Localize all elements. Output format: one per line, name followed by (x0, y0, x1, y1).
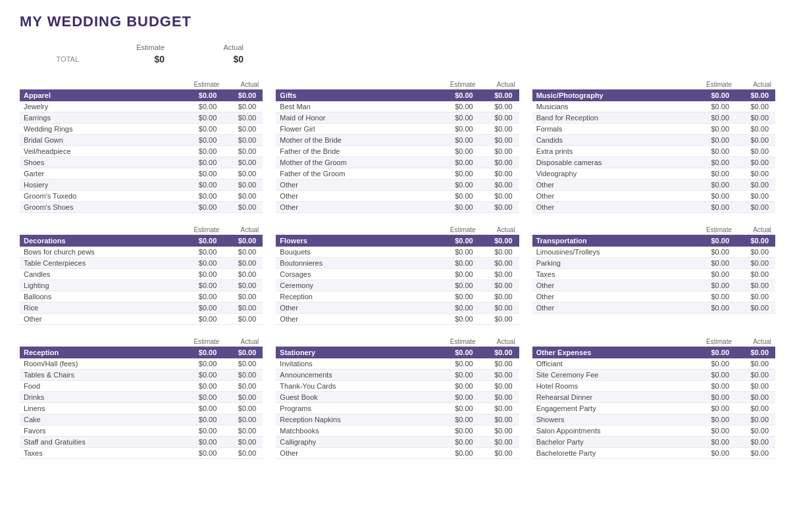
section-col-headers: EstimateActual (276, 226, 519, 233)
row-label: Table Centerpieces (24, 259, 180, 267)
row-label: Father of the Bride (280, 147, 436, 155)
row-label: Showers (536, 416, 692, 423)
row-estimate: $0.00 (692, 192, 732, 200)
row-estimate: $0.00 (436, 281, 476, 289)
row-estimate: $0.00 (436, 404, 476, 412)
row-estimate: $0.00 (180, 315, 219, 323)
row-estimate: $0.00 (436, 170, 476, 178)
row-actual: $0.00 (219, 136, 259, 144)
row-estimate: $0.00 (436, 416, 476, 423)
row-actual: $0.00 (476, 181, 515, 189)
section-header-apparel: Apparel$0.00$0.00 (20, 89, 263, 101)
row-estimate: $0.00 (436, 371, 476, 379)
row-estimate: $0.00 (692, 360, 732, 368)
row-label: Favors (24, 427, 180, 435)
actual-col-header: Actual (222, 226, 261, 233)
row-actual: $0.00 (219, 147, 259, 155)
row-actual: $0.00 (732, 158, 771, 166)
table-row: Reception Napkins$0.00$0.00 (276, 414, 519, 425)
section-col-headers: EstimateActual (20, 226, 263, 233)
row-label: Best Man (280, 103, 436, 110)
row-actual: $0.00 (476, 125, 515, 133)
row-actual: $0.00 (732, 270, 771, 278)
row-estimate: $0.00 (692, 293, 732, 301)
table-row: Candids$0.00$0.00 (532, 135, 775, 146)
table-row: Other$0.00$0.00 (276, 180, 519, 191)
row-estimate: $0.00 (180, 270, 219, 278)
table-row: Bouquets$0.00$0.00 (276, 247, 519, 258)
row-actual: $0.00 (732, 393, 771, 401)
row-label: Salon Appointments (536, 427, 692, 435)
table-row: Room/Hall (fees)$0.00$0.00 (20, 358, 263, 370)
row-label: Other (280, 304, 436, 312)
row-estimate: $0.00 (692, 382, 732, 390)
row-estimate: $0.00 (436, 393, 476, 401)
section-estimate: $0.00 (436, 91, 476, 99)
section-col-headers: EstimateActual (276, 81, 519, 88)
row-actual: $0.00 (476, 270, 515, 278)
table-row: Father of the Groom$0.00$0.00 (276, 168, 519, 180)
row-actual: $0.00 (732, 147, 771, 155)
row-actual: $0.00 (476, 393, 515, 401)
row-label: Groom's Tuxedo (24, 192, 180, 200)
row-label: Other (280, 192, 436, 200)
row-actual: $0.00 (732, 293, 771, 301)
row-label: Limousines/Trolleys (536, 248, 692, 256)
section-label: Transportation (536, 237, 692, 245)
table-row: Balloons$0.00$0.00 (20, 291, 263, 302)
table-row: Site Ceremony Fee$0.00$0.00 (532, 370, 775, 381)
row-label: Other (280, 203, 436, 211)
section-stationery: EstimateActualStationery$0.00$0.00Invita… (276, 338, 519, 459)
row-estimate: $0.00 (692, 170, 732, 178)
row-estimate: $0.00 (436, 203, 476, 211)
section-header-flowers: Flowers$0.00$0.00 (276, 235, 519, 247)
row-estimate: $0.00 (180, 114, 219, 122)
section-label: Stationery (280, 349, 436, 356)
row-actual: $0.00 (732, 416, 771, 423)
section-actual: $0.00 (732, 91, 771, 99)
table-row: Other$0.00$0.00 (276, 302, 519, 314)
table-row: Mother of the Bride$0.00$0.00 (276, 135, 519, 146)
row-estimate: $0.00 (180, 393, 219, 401)
page-title: MY WEDDING BUDGET (20, 13, 775, 30)
section-col-headers: EstimateActual (532, 226, 775, 233)
estimate-col-header: Estimate (182, 81, 222, 88)
row-actual: $0.00 (476, 449, 515, 457)
row-label: Programs (280, 404, 436, 412)
actual-col-header: Actual (478, 338, 518, 345)
row-actual: $0.00 (219, 125, 259, 133)
row-label: Other (536, 203, 692, 211)
table-row: Drinks$0.00$0.00 (20, 392, 263, 403)
row-label: Candids (536, 136, 692, 144)
actual-col-header: Actual (222, 81, 261, 88)
row-actual: $0.00 (732, 281, 771, 289)
table-row: Invitations$0.00$0.00 (276, 358, 519, 370)
section-other-expenses: EstimateActualOther Expenses$0.00$0.00Of… (532, 338, 775, 459)
row-estimate: $0.00 (180, 181, 219, 189)
row-actual: $0.00 (732, 371, 771, 379)
row-label: Other (24, 315, 180, 323)
row-estimate: $0.00 (692, 259, 732, 267)
row-estimate: $0.00 (180, 203, 219, 211)
actual-col-header: Actual (478, 226, 518, 233)
row-estimate: $0.00 (180, 438, 219, 446)
table-row: Musicians$0.00$0.00 (532, 101, 775, 112)
row-estimate: $0.00 (692, 449, 732, 457)
row-label: Extra prints (536, 147, 692, 155)
table-row: Table Centerpieces$0.00$0.00 (20, 258, 263, 269)
table-row: Jewelry$0.00$0.00 (20, 101, 263, 112)
table-row: Reception$0.00$0.00 (276, 291, 519, 302)
table-row: Best Man$0.00$0.00 (276, 101, 519, 112)
table-row: Hotel Rooms$0.00$0.00 (532, 381, 775, 392)
budget-grid: EstimateActualApparel$0.00$0.00Jewelry$0… (20, 81, 775, 472)
table-row: Other$0.00$0.00 (276, 202, 519, 213)
section-actual: $0.00 (219, 349, 259, 356)
row-actual: $0.00 (732, 103, 771, 110)
row-estimate: $0.00 (180, 192, 219, 200)
row-label: Hosiery (24, 181, 180, 189)
row-label: Bows for church pews (24, 248, 180, 256)
section-estimate: $0.00 (180, 349, 219, 356)
table-row: Rice$0.00$0.00 (20, 302, 263, 314)
summary-total-label: TOTAL (33, 55, 86, 63)
row-label: Staff and Gratuities (24, 438, 180, 446)
